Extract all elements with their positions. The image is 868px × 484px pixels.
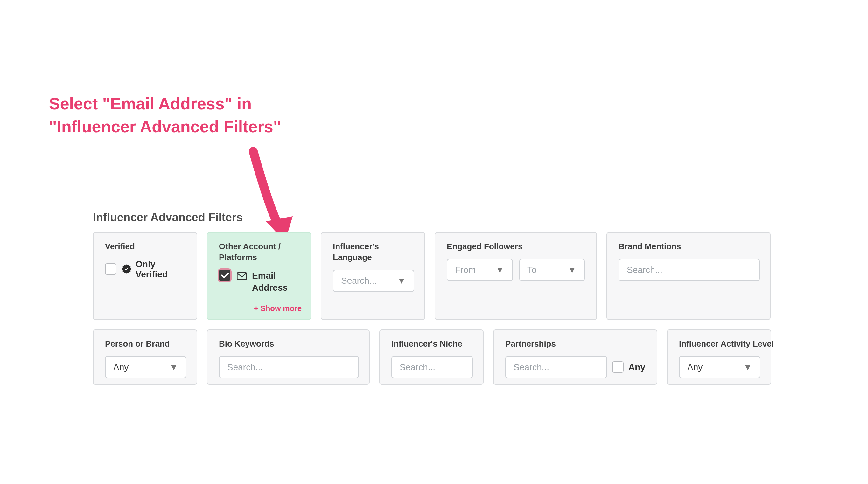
language-select[interactable]: Search... ▼ <box>333 270 414 292</box>
filter-label-partnerships: Partnerships <box>505 339 645 350</box>
engaged-from-select[interactable]: From ▼ <box>447 259 513 281</box>
brand-mentions-input[interactable]: Search... <box>619 259 760 281</box>
filter-card-other-platforms: Other Account / Platforms Email Address … <box>207 232 311 320</box>
filter-card-engaged-followers: Engaged Followers From ▼ To ▼ <box>435 232 597 320</box>
engaged-to-select[interactable]: To ▼ <box>519 259 585 281</box>
email-address-label: Email Address <box>237 270 299 294</box>
filter-label-other-platforms: Other Account / Platforms <box>219 242 295 263</box>
filter-card-activity-level: Influencer Activity Level Any ▼ <box>667 329 771 385</box>
filter-label-verified: Verified <box>105 242 185 253</box>
checkbox-partnerships-any[interactable] <box>612 362 623 373</box>
only-verified-label: Only Verified <box>122 259 185 279</box>
activity-level-select[interactable]: Any ▼ <box>679 356 761 379</box>
filter-card-verified: Verified Only Verified <box>93 232 197 320</box>
bio-keywords-input[interactable]: Search... <box>219 356 359 379</box>
filter-card-person-or-brand: Person or Brand Any ▼ <box>93 329 197 385</box>
envelope-icon <box>237 271 247 281</box>
partnerships-input[interactable]: Search... <box>505 356 607 379</box>
checkbox-only-verified[interactable] <box>105 263 117 275</box>
filter-card-language: Influencer's Language Search... ▼ <box>321 232 425 320</box>
verified-badge-icon <box>122 264 132 274</box>
caret-down-icon: ▼ <box>743 362 752 373</box>
caret-down-icon: ▼ <box>568 265 577 275</box>
filter-label-engaged-followers: Engaged Followers <box>447 242 585 253</box>
section-title: Influencer Advanced Filters <box>93 211 243 225</box>
caret-down-icon: ▼ <box>397 276 406 286</box>
filter-label-activity-level: Influencer Activity Level <box>679 339 759 350</box>
filter-card-bio-keywords: Bio Keywords Search... <box>207 329 370 385</box>
caret-down-icon: ▼ <box>169 362 178 373</box>
instruction-line-1: Select "Email Address" in <box>49 92 281 116</box>
partnerships-any-label: Any <box>628 362 645 373</box>
svg-rect-0 <box>237 272 246 279</box>
person-or-brand-select[interactable]: Any ▼ <box>105 356 186 379</box>
instruction-line-2: "Influencer Advanced Filters" <box>49 116 281 139</box>
filter-card-partnerships: Partnerships Search... Any <box>493 329 657 385</box>
checkbox-email-address[interactable] <box>219 270 230 281</box>
filter-label-bio-keywords: Bio Keywords <box>219 339 358 350</box>
instruction-text: Select "Email Address" in "Influencer Ad… <box>49 92 281 139</box>
niche-input[interactable]: Search... <box>391 356 473 379</box>
filter-label-niche: Influencer's Niche <box>391 339 471 350</box>
filter-label-brand-mentions: Brand Mentions <box>619 242 758 253</box>
filter-card-brand-mentions: Brand Mentions Search... <box>607 232 771 320</box>
caret-down-icon: ▼ <box>495 265 504 275</box>
filter-label-person-or-brand: Person or Brand <box>105 339 185 350</box>
filter-card-niche: Influencer's Niche Search... <box>379 329 484 385</box>
filter-label-language: Influencer's Language <box>333 242 413 263</box>
show-more-link[interactable]: + Show more <box>254 304 302 313</box>
